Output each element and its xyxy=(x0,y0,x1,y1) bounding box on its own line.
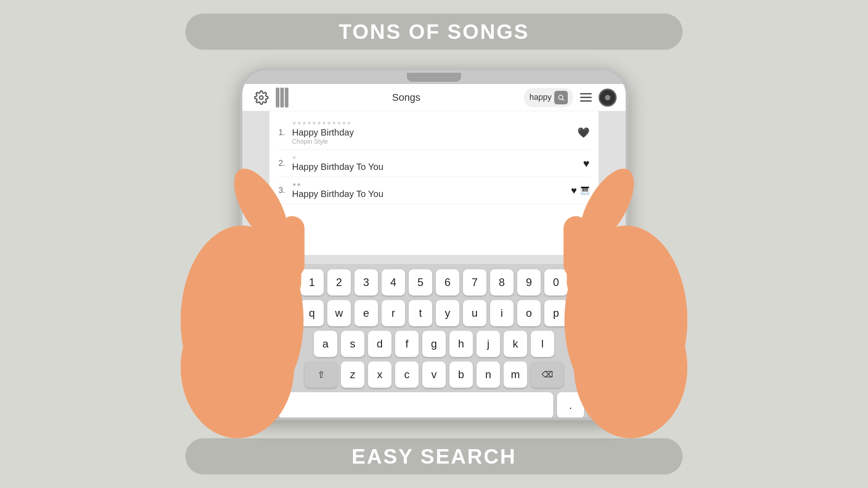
bottom-banner: EASY SEARCH xyxy=(185,438,683,474)
key-f[interactable]: f xyxy=(395,331,419,357)
song-stars-1: ★★★★★★★★★★★★ xyxy=(292,120,577,126)
hamburger-line xyxy=(580,93,592,94)
key-m[interactable]: m xyxy=(504,361,527,388)
vinyl-button[interactable] xyxy=(599,89,617,107)
key-r[interactable]: r xyxy=(382,300,405,326)
stars-display-1: ★★★★★★★★★★★★ xyxy=(292,120,352,126)
song-item-1[interactable]: 1. ★★★★★★★★★★★★ Happy Birthday Chopin St… xyxy=(278,116,590,150)
key-h[interactable]: h xyxy=(449,331,473,357)
app-header: Songs happy xyxy=(242,84,626,111)
song-stars-2: ★ xyxy=(292,155,583,160)
key-9[interactable]: 9 xyxy=(517,269,541,296)
song-info-2: ★ Happy Birthday To You xyxy=(292,155,583,172)
key-l[interactable]: l xyxy=(531,331,554,357)
space-key[interactable] xyxy=(278,392,553,418)
song-subtitle-1: Chopin Style xyxy=(292,138,577,145)
key-6[interactable]: 6 xyxy=(436,269,459,296)
song-title-3: Happy Birthday To You xyxy=(292,189,571,199)
gear-icon xyxy=(254,90,269,105)
key-j[interactable]: j xyxy=(476,331,500,357)
header-left xyxy=(251,88,288,108)
backspace-icon: ⌫ xyxy=(542,370,553,380)
key-d[interactable]: d xyxy=(368,331,392,357)
key-7[interactable]: 7 xyxy=(463,269,486,296)
search-input-value[interactable]: happy xyxy=(529,93,552,102)
key-8[interactable]: 8 xyxy=(490,269,514,296)
song-stars-3: ★★ xyxy=(292,182,571,188)
phone-notch xyxy=(242,70,626,84)
key-3[interactable]: 3 xyxy=(354,269,378,296)
menu-button[interactable] xyxy=(578,89,594,106)
key-c[interactable]: c xyxy=(395,361,419,388)
key-y[interactable]: y xyxy=(436,300,459,326)
svg-point-7 xyxy=(259,96,263,99)
search-icon xyxy=(557,94,565,101)
key-v[interactable]: v xyxy=(422,361,446,388)
key-n[interactable]: n xyxy=(476,361,500,388)
settings-button[interactable] xyxy=(251,88,271,108)
svg-point-6 xyxy=(180,296,294,438)
key-z[interactable]: z xyxy=(341,361,364,388)
key-k[interactable]: k xyxy=(504,331,527,357)
song-item-2[interactable]: 2. ★ Happy Birthday To You ♥ xyxy=(278,150,590,177)
top-banner: TONS OF SONGS xyxy=(185,14,683,50)
search-box[interactable]: happy xyxy=(524,88,573,107)
vinyl-center xyxy=(605,95,610,100)
app-title: Songs xyxy=(392,92,420,103)
key-2[interactable]: 2 xyxy=(327,269,351,296)
piano-decoration xyxy=(276,88,288,108)
svg-line-9 xyxy=(562,99,564,101)
hamburger-line xyxy=(580,97,592,98)
key-4[interactable]: 4 xyxy=(382,269,405,296)
svg-point-16 xyxy=(574,296,687,438)
search-button[interactable] xyxy=(554,91,568,104)
notch xyxy=(407,73,461,82)
key-5[interactable]: 5 xyxy=(409,269,432,296)
key-i[interactable]: i xyxy=(490,300,514,326)
song-title-1: Happy Birthday xyxy=(292,127,577,138)
key-s[interactable]: s xyxy=(341,331,364,357)
hand-right xyxy=(552,131,710,438)
key-e[interactable]: e xyxy=(354,300,378,326)
key-u[interactable]: u xyxy=(463,300,486,326)
hamburger-line xyxy=(580,100,592,102)
svg-point-8 xyxy=(559,95,563,99)
song-info-1: ★★★★★★★★★★★★ Happy Birthday Chopin Style xyxy=(292,120,577,145)
top-banner-text: TONS OF SONGS xyxy=(339,19,529,44)
phone-container: Songs happy xyxy=(185,59,683,429)
shift-icon: ⇧ xyxy=(317,369,325,380)
key-w[interactable]: w xyxy=(327,300,351,326)
song-item-3[interactable]: 3. ★★ Happy Birthday To You ♥ 🎹 xyxy=(278,177,590,204)
key-x[interactable]: x xyxy=(368,361,392,388)
svg-rect-5 xyxy=(275,230,298,285)
key-o[interactable]: o xyxy=(517,300,541,326)
header-right: happy xyxy=(524,88,617,107)
key-b[interactable]: b xyxy=(449,361,473,388)
bottom-banner-text: EASY SEARCH xyxy=(352,444,516,469)
hand-left xyxy=(158,131,316,438)
key-a[interactable]: a xyxy=(314,331,337,357)
key-g[interactable]: g xyxy=(422,331,446,357)
song-info-3: ★★ Happy Birthday To You xyxy=(292,182,571,199)
svg-rect-15 xyxy=(570,230,593,285)
key-t[interactable]: t xyxy=(409,300,432,326)
songs-list: 1. ★★★★★★★★★★★★ Happy Birthday Chopin St… xyxy=(269,111,599,255)
song-title-2: Happy Birthday To You xyxy=(292,162,583,172)
